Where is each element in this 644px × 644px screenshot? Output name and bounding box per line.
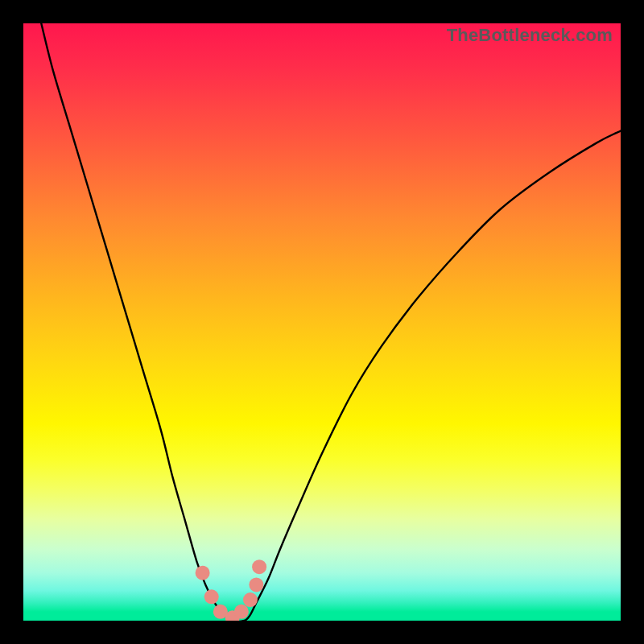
outer-frame: TheBottleneck.com bbox=[0, 0, 644, 644]
curve-layer bbox=[23, 23, 621, 621]
bottleneck-curve bbox=[41, 23, 621, 621]
curve-marker bbox=[204, 589, 219, 604]
curve-marker bbox=[252, 559, 266, 574]
plot-area: TheBottleneck.com bbox=[23, 23, 621, 621]
curve-marker bbox=[243, 592, 258, 607]
curve-marker bbox=[249, 577, 263, 592]
curve-marker bbox=[234, 605, 249, 619]
curve-markers bbox=[196, 559, 266, 621]
curve-marker bbox=[196, 566, 210, 580]
